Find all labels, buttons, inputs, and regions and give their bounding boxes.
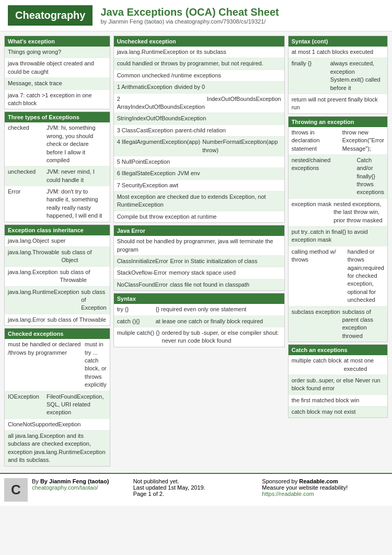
- sc-row-2: finally {} always executed, exception Sy…: [289, 58, 387, 94]
- syntax-cont-header: Syntax (cont): [289, 36, 387, 47]
- inh-right-5: sub class of Throwable: [48, 316, 107, 324]
- main-content: What's exception Things going wrong? jav…: [0, 31, 392, 471]
- th-right-1: throw new Exception("Error Message");: [342, 129, 384, 153]
- th-right-6: subclass of parent class exception throw…: [342, 308, 384, 341]
- footer-line1: Not published yet.: [133, 478, 259, 484]
- th-left-6: subclass exception: [292, 308, 340, 341]
- we-row-4: java 7: catch >1 exception in one catch …: [5, 90, 110, 109]
- tt-right-2: JVM: never mind, I could handle it: [47, 168, 107, 184]
- tt-left-3: Error: [8, 188, 44, 220]
- th-row-1: throws in declaration statement throw ne…: [289, 127, 387, 155]
- uc-left-10: 6 IllegalStateException: [117, 169, 176, 177]
- inh-row-5: java.lang.Error sub class of Throwable: [5, 314, 110, 325]
- sy-row-2: catch (){} at lease one catch or finally…: [114, 316, 284, 327]
- th-row-6: subclass exception subclass of parent cl…: [289, 307, 387, 342]
- uc-right-5: IndexOutOfBoundsException: [207, 95, 281, 111]
- sy-left-1: try {}: [117, 305, 154, 313]
- sc-right-2: always executed, exception System.exit()…: [330, 60, 384, 92]
- inheritance-section: Exception class inheritance java.lang.Ob…: [4, 224, 110, 326]
- th-left-5: calling method w/ throws: [292, 248, 345, 304]
- ca-right-1: at most one executed: [344, 357, 384, 373]
- catch-header: Catch an exceptions: [289, 345, 387, 355]
- footer-line2: Last updated 1st May, 2019.: [133, 484, 259, 491]
- page-subtitle: by Jianmin Feng (taotao) via cheatograph…: [100, 18, 279, 25]
- footer-sponsor-line1: Sponsored by Readable.com: [262, 478, 388, 484]
- uc-row-3: Common unchecked /runtime exceptions: [114, 70, 284, 82]
- checked-body: must be handled or declared /throws by p…: [5, 339, 110, 466]
- uc-right-8: NumberFormatException(app throw): [202, 138, 281, 154]
- unchecked-section: Unchecked exception java.lang.RuntimeExc…: [113, 36, 285, 223]
- syntax-header: Syntax: [114, 293, 284, 304]
- tt-left-1: checked: [8, 124, 44, 164]
- footer-logo: C: [4, 478, 28, 502]
- uc-left-8: 4 IllegalArgumentException(app): [117, 138, 201, 154]
- ch-right-1: must in try ... catch block, or throws e…: [85, 341, 107, 389]
- whats-exception-body: Things going wrong? java throwable objec…: [5, 47, 110, 109]
- checked-header: Checked exceptions: [5, 329, 110, 339]
- uc-right-7: parent-child relation: [175, 127, 281, 134]
- tt-row-1: checked JVM: hi, something wrong, you sh…: [5, 122, 110, 166]
- je-right-4: class file not found in classpath: [170, 281, 281, 289]
- inh-left-5: java.lang.Error: [8, 316, 45, 324]
- tt-row-2: unchecked JVM: never mind, I could handl…: [5, 166, 110, 186]
- uc-row-13: Compile but throw exception at runtime: [114, 211, 284, 222]
- page-footer: C By By Jianmin Feng (taotao) cheatograp…: [0, 473, 392, 506]
- ca-row-3: the first matched block win: [289, 395, 387, 406]
- ch-row-2: IOException FileotFoundException, SQL, U…: [5, 391, 110, 419]
- whats-exception-header: What's exception: [5, 36, 110, 47]
- sy-row-1: try {} {} required even only one stateme…: [114, 304, 284, 315]
- inh-row-1: java.lang.Object super: [5, 235, 110, 247]
- sc-left-2: finally {}: [292, 60, 328, 92]
- uc-row-5: 2 ArrayIndexOutOfBoundsException IndexOu…: [114, 94, 284, 114]
- throwing-header: Throwing an exception: [289, 117, 387, 127]
- ca-row-1: multiple catch block at most one execute…: [289, 355, 387, 375]
- java-error-body: Should not be handled by programmer, jav…: [114, 236, 284, 290]
- je-row-4: NoClassFoundError class file not found i…: [114, 279, 284, 290]
- footer-middle: Not published yet. Last updated 1st May,…: [133, 478, 259, 502]
- column-3: Syntax (cont) at most 1 catch blocks exe…: [288, 36, 388, 467]
- uc-row-2: could handled or throws by programmer, b…: [114, 58, 284, 70]
- uc-row-6: StringIndexOutOfBoundsException: [114, 113, 284, 124]
- whats-exception-section: What's exception Things going wrong? jav…: [4, 36, 110, 109]
- ca-row-2: order sub..super, or else Never run bloc…: [289, 375, 387, 395]
- je-left-4: NoClassFoundError: [117, 281, 168, 289]
- author-name: By Jianmin Feng (taotao): [40, 478, 109, 484]
- uc-right-4: divided by 0: [174, 83, 281, 91]
- je-right-3: memory stack space used: [169, 269, 281, 277]
- uc-left-7: 3 ClassCastException: [117, 127, 174, 134]
- footer-sponsor-line2: Measure your website readability!: [262, 484, 388, 491]
- three-types-section: Three types of Exceptions checked JVM: h…: [4, 111, 110, 222]
- syntax-cont-body: at most 1 catch blocks executed finally …: [289, 47, 387, 114]
- inh-left-3: java.lang.Exception: [8, 268, 57, 285]
- sy-right-3: ordered by sub -super, or else compiler …: [162, 329, 281, 345]
- tt-right-1: JVM: hi, something wrong, you should che…: [47, 124, 107, 164]
- je-right-2: Error in Static initialization of class: [170, 257, 281, 265]
- th-right-3: nested exceptions, the last throw win, p…: [333, 200, 384, 224]
- sc-row-1: at most 1 catch blocks executed: [289, 47, 387, 58]
- uc-row-10: 6 IllegalStateException JVM env: [114, 168, 284, 179]
- th-row-4: put try..catch in final{} to avoid excep…: [289, 226, 387, 246]
- th-left-3: exception mask: [292, 200, 331, 224]
- page-header: Cheatography Java Exceptions (OCA) Cheat…: [0, 0, 392, 31]
- sponsor-name: Readable.com: [299, 478, 338, 484]
- inh-row-3: java.lang.Exception sub class of Throwab…: [5, 267, 110, 287]
- footer-sponsor-link[interactable]: https://readable.com: [262, 491, 314, 497]
- ca-left-1: multiple catch block: [292, 357, 342, 373]
- ch-row-1: must be handled or declared /throws by p…: [5, 339, 110, 391]
- unchecked-body: java.lang.RuntimeException or its subcla…: [114, 47, 284, 222]
- footer-author-line: By By Jianmin Feng (taotao): [32, 478, 109, 484]
- inheritance-header: Exception class inheritance: [5, 225, 110, 235]
- footer-right: Sponsored by Readable.com Measure your w…: [262, 478, 388, 502]
- th-row-2: nested/chained exceptions Catch and/or f…: [289, 155, 387, 199]
- we-row-3: Message, stack trace: [5, 78, 110, 89]
- footer-author-info: By By Jianmin Feng (taotao) cheatography…: [32, 478, 109, 491]
- logo: Cheatography: [8, 5, 93, 26]
- column-1: What's exception Things going wrong? jav…: [4, 36, 110, 467]
- tt-left-2: unchecked: [8, 168, 44, 184]
- sy-right-1: {} required even only one statement: [156, 305, 281, 313]
- inh-left-1: java.lang.Object: [8, 237, 49, 245]
- th-left-1: throws in declaration statement: [292, 129, 340, 153]
- footer-author-link[interactable]: cheatography.com/taotao/: [32, 484, 98, 491]
- java-error-section: Java Error Should not be handled by prog…: [113, 225, 285, 291]
- uc-left-4: 1 ArithmaticException: [117, 83, 172, 91]
